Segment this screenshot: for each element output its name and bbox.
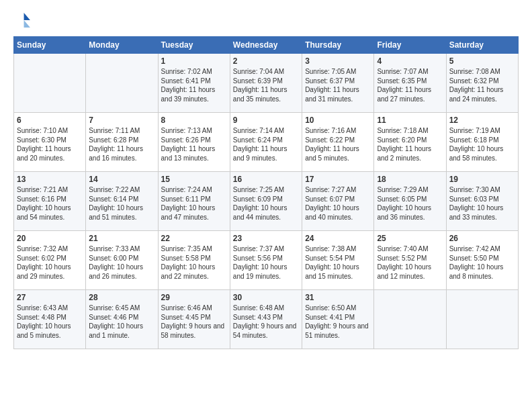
day-number: 4 [377, 56, 443, 66]
day-info: Sunrise: 6:43 AMSunset: 4:48 PMDaylight:… [17, 304, 83, 340]
calendar-cell: 27Sunrise: 6:43 AMSunset: 4:48 PMDayligh… [14, 290, 86, 349]
calendar-cell: 30Sunrise: 6:48 AMSunset: 4:43 PMDayligh… [230, 290, 302, 349]
day-number: 2 [233, 56, 299, 66]
day-number: 21 [89, 234, 154, 243]
day-info: Sunrise: 6:48 AMSunset: 4:43 PMDaylight:… [233, 304, 299, 340]
day-info: Sunrise: 7:18 AMSunset: 6:20 PMDaylight:… [377, 126, 443, 163]
day-info: Sunrise: 7:35 AMSunset: 5:58 PMDaylight:… [161, 244, 227, 281]
calendar-cell [14, 54, 86, 113]
calendar-cell [86, 54, 158, 113]
day-info: Sunrise: 7:42 AMSunset: 5:50 PMDaylight:… [449, 244, 515, 281]
day-number: 20 [17, 234, 83, 243]
day-number: 25 [377, 234, 443, 243]
calendar-cell: 17Sunrise: 7:27 AMSunset: 6:07 PMDayligh… [302, 172, 374, 231]
day-info: Sunrise: 7:10 AMSunset: 6:30 PMDaylight:… [17, 126, 83, 163]
calendar-cell: 13Sunrise: 7:21 AMSunset: 6:16 PMDayligh… [14, 172, 86, 231]
day-info: Sunrise: 7:11 AMSunset: 6:28 PMDaylight:… [89, 126, 154, 163]
day-number: 28 [89, 293, 154, 302]
day-info: Sunrise: 6:50 AMSunset: 4:41 PMDaylight:… [305, 304, 371, 340]
calendar-cell: 20Sunrise: 7:32 AMSunset: 6:02 PMDayligh… [14, 231, 86, 290]
day-number: 17 [305, 175, 371, 184]
day-info: Sunrise: 7:05 AMSunset: 6:37 PMDaylight:… [305, 67, 371, 103]
weekday-header-saturday: Saturday [446, 37, 518, 54]
day-info: Sunrise: 7:37 AMSunset: 5:56 PMDaylight:… [233, 244, 299, 281]
day-number: 8 [161, 116, 227, 125]
day-info: Sunrise: 7:04 AMSunset: 6:39 PMDaylight:… [233, 67, 299, 103]
day-info: Sunrise: 7:07 AMSunset: 6:35 PMDaylight:… [377, 67, 443, 103]
calendar-cell: 25Sunrise: 7:40 AMSunset: 5:52 PMDayligh… [374, 231, 446, 290]
day-info: Sunrise: 7:14 AMSunset: 6:24 PMDaylight:… [233, 126, 299, 163]
day-number: 31 [305, 293, 371, 302]
day-info: Sunrise: 7:02 AMSunset: 6:41 PMDaylight:… [161, 67, 227, 103]
day-info: Sunrise: 7:22 AMSunset: 6:14 PMDaylight:… [89, 185, 154, 222]
day-number: 12 [449, 116, 515, 125]
day-number: 29 [161, 293, 227, 302]
day-number: 3 [305, 56, 371, 66]
day-info: Sunrise: 7:40 AMSunset: 5:52 PMDaylight:… [377, 244, 443, 281]
svg-marker-1 [24, 20, 30, 28]
calendar-cell: 19Sunrise: 7:30 AMSunset: 6:03 PMDayligh… [446, 172, 518, 231]
svg-marker-0 [24, 13, 30, 20]
week-row-2: 6Sunrise: 7:10 AMSunset: 6:30 PMDaylight… [14, 113, 519, 172]
day-number: 18 [377, 175, 443, 184]
calendar-cell: 16Sunrise: 7:25 AMSunset: 6:09 PMDayligh… [230, 172, 302, 231]
day-number: 6 [17, 116, 83, 125]
page: SundayMondayTuesdayWednesdayThursdayFrid… [0, 0, 532, 363]
weekday-header-monday: Monday [86, 37, 158, 54]
calendar-cell: 3Sunrise: 7:05 AMSunset: 6:37 PMDaylight… [302, 54, 374, 113]
day-number: 14 [89, 175, 154, 184]
day-info: Sunrise: 7:29 AMSunset: 6:05 PMDaylight:… [377, 185, 443, 222]
calendar-cell: 2Sunrise: 7:04 AMSunset: 6:39 PMDaylight… [230, 54, 302, 113]
calendar-table: SundayMondayTuesdayWednesdayThursdayFrid… [13, 36, 519, 349]
day-info: Sunrise: 7:24 AMSunset: 6:11 PMDaylight:… [161, 185, 227, 222]
calendar-cell: 23Sunrise: 7:37 AMSunset: 5:56 PMDayligh… [230, 231, 302, 290]
day-info: Sunrise: 7:08 AMSunset: 6:32 PMDaylight:… [449, 67, 515, 103]
calendar-cell: 7Sunrise: 7:11 AMSunset: 6:28 PMDaylight… [86, 113, 158, 172]
weekday-header-friday: Friday [374, 37, 446, 54]
day-number: 10 [305, 116, 371, 125]
calendar-cell: 28Sunrise: 6:45 AMSunset: 4:46 PMDayligh… [86, 290, 158, 349]
calendar-cell: 14Sunrise: 7:22 AMSunset: 6:14 PMDayligh… [86, 172, 158, 231]
day-number: 1 [161, 56, 227, 66]
calendar-cell: 10Sunrise: 7:16 AMSunset: 6:22 PMDayligh… [302, 113, 374, 172]
calendar-cell: 15Sunrise: 7:24 AMSunset: 6:11 PMDayligh… [158, 172, 230, 231]
weekday-header-wednesday: Wednesday [230, 37, 302, 54]
weekday-header-tuesday: Tuesday [158, 37, 230, 54]
day-number: 26 [449, 234, 515, 243]
day-number: 11 [377, 116, 443, 125]
calendar-cell: 22Sunrise: 7:35 AMSunset: 5:58 PMDayligh… [158, 231, 230, 290]
day-number: 19 [449, 175, 515, 184]
logo [13, 11, 35, 30]
calendar-cell: 8Sunrise: 7:13 AMSunset: 6:26 PMDaylight… [158, 113, 230, 172]
day-info: Sunrise: 7:19 AMSunset: 6:18 PMDaylight:… [449, 126, 515, 163]
logo-icon [13, 11, 32, 30]
day-number: 7 [89, 116, 154, 125]
day-info: Sunrise: 7:16 AMSunset: 6:22 PMDaylight:… [305, 126, 371, 163]
day-number: 27 [17, 293, 83, 302]
week-row-4: 20Sunrise: 7:32 AMSunset: 6:02 PMDayligh… [14, 231, 519, 290]
calendar-cell: 29Sunrise: 6:46 AMSunset: 4:45 PMDayligh… [158, 290, 230, 349]
week-row-1: 1Sunrise: 7:02 AMSunset: 6:41 PMDaylight… [14, 54, 519, 113]
weekday-header-thursday: Thursday [302, 37, 374, 54]
calendar-cell: 18Sunrise: 7:29 AMSunset: 6:05 PMDayligh… [374, 172, 446, 231]
calendar-cell: 31Sunrise: 6:50 AMSunset: 4:41 PMDayligh… [302, 290, 374, 349]
calendar-cell: 6Sunrise: 7:10 AMSunset: 6:30 PMDaylight… [14, 113, 86, 172]
calendar-cell [374, 290, 446, 349]
weekday-header-sunday: Sunday [14, 37, 86, 54]
day-number: 30 [233, 293, 299, 302]
day-number: 13 [17, 175, 83, 184]
calendar-cell [446, 290, 518, 349]
calendar-cell: 5Sunrise: 7:08 AMSunset: 6:32 PMDaylight… [446, 54, 518, 113]
calendar-cell: 9Sunrise: 7:14 AMSunset: 6:24 PMDaylight… [230, 113, 302, 172]
day-info: Sunrise: 6:45 AMSunset: 4:46 PMDaylight:… [89, 304, 154, 340]
weekday-header-row: SundayMondayTuesdayWednesdayThursdayFrid… [14, 37, 519, 54]
day-number: 22 [161, 234, 227, 243]
calendar-cell: 4Sunrise: 7:07 AMSunset: 6:35 PMDaylight… [374, 54, 446, 113]
day-number: 16 [233, 175, 299, 184]
day-info: Sunrise: 7:25 AMSunset: 6:09 PMDaylight:… [233, 185, 299, 222]
calendar-cell: 24Sunrise: 7:38 AMSunset: 5:54 PMDayligh… [302, 231, 374, 290]
day-info: Sunrise: 7:27 AMSunset: 6:07 PMDaylight:… [305, 185, 371, 222]
week-row-3: 13Sunrise: 7:21 AMSunset: 6:16 PMDayligh… [14, 172, 519, 231]
calendar-cell: 12Sunrise: 7:19 AMSunset: 6:18 PMDayligh… [446, 113, 518, 172]
day-info: Sunrise: 7:33 AMSunset: 6:00 PMDaylight:… [89, 244, 154, 281]
